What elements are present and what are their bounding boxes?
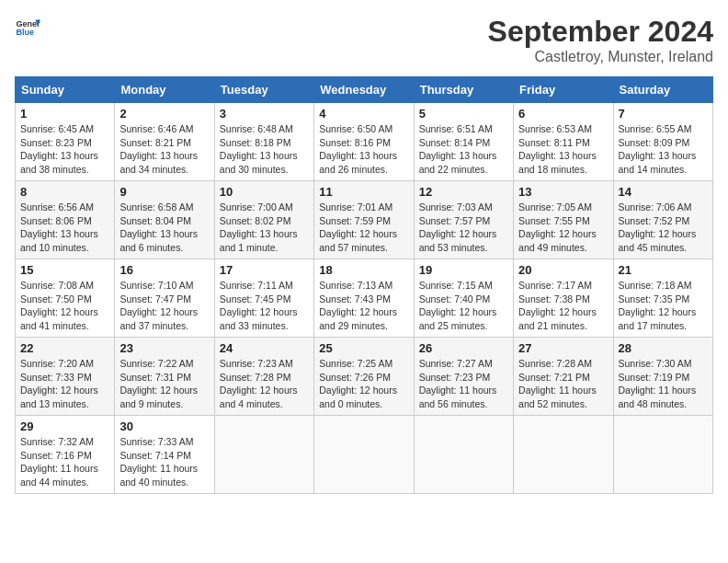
calendar-cell: 3Sunrise: 6:48 AM Sunset: 8:18 PM Daylig… bbox=[214, 103, 313, 181]
calendar-cell: 1Sunrise: 6:45 AM Sunset: 8:23 PM Daylig… bbox=[16, 103, 115, 181]
calendar-cell: 9Sunrise: 6:58 AM Sunset: 8:04 PM Daylig… bbox=[115, 181, 214, 259]
day-info: Sunrise: 7:23 AM Sunset: 7:28 PM Dayligh… bbox=[220, 357, 309, 411]
day-number: 26 bbox=[419, 341, 508, 355]
calendar-cell: 7Sunrise: 6:55 AM Sunset: 8:09 PM Daylig… bbox=[613, 103, 712, 181]
day-info: Sunrise: 7:11 AM Sunset: 7:45 PM Dayligh… bbox=[220, 279, 309, 333]
calendar-cell: 14Sunrise: 7:06 AM Sunset: 7:52 PM Dayli… bbox=[613, 181, 712, 259]
day-info: Sunrise: 7:08 AM Sunset: 7:50 PM Dayligh… bbox=[20, 279, 109, 333]
calendar-cell: 26Sunrise: 7:27 AM Sunset: 7:23 PM Dayli… bbox=[414, 338, 513, 416]
day-number: 4 bbox=[319, 107, 408, 121]
header-cell-friday: Friday bbox=[514, 77, 613, 103]
header-cell-wednesday: Wednesday bbox=[314, 77, 414, 103]
day-info: Sunrise: 7:20 AM Sunset: 7:33 PM Dayligh… bbox=[20, 357, 109, 411]
calendar-week-row: 15Sunrise: 7:08 AM Sunset: 7:50 PM Dayli… bbox=[16, 259, 713, 338]
calendar-cell: 19Sunrise: 7:15 AM Sunset: 7:40 PM Dayli… bbox=[414, 259, 513, 338]
calendar-cell: 21Sunrise: 7:18 AM Sunset: 7:35 PM Dayli… bbox=[613, 259, 712, 338]
svg-text:Blue: Blue bbox=[16, 28, 34, 37]
calendar-cell: 4Sunrise: 6:50 AM Sunset: 8:16 PM Daylig… bbox=[314, 103, 414, 181]
day-number: 20 bbox=[518, 263, 608, 277]
day-number: 1 bbox=[20, 107, 109, 121]
day-number: 17 bbox=[220, 263, 309, 277]
day-number: 16 bbox=[119, 263, 209, 277]
header-cell-thursday: Thursday bbox=[414, 77, 513, 103]
day-info: Sunrise: 7:10 AM Sunset: 7:47 PM Dayligh… bbox=[119, 279, 209, 333]
day-info: Sunrise: 6:48 AM Sunset: 8:18 PM Dayligh… bbox=[220, 122, 309, 177]
day-info: Sunrise: 7:32 AM Sunset: 7:16 PM Dayligh… bbox=[20, 435, 109, 489]
day-number: 19 bbox=[419, 263, 508, 277]
calendar-cell: 6Sunrise: 6:53 AM Sunset: 8:11 PM Daylig… bbox=[514, 103, 613, 181]
day-number: 3 bbox=[220, 107, 309, 121]
calendar-cell: 13Sunrise: 7:05 AM Sunset: 7:55 PM Dayli… bbox=[514, 181, 613, 259]
day-info: Sunrise: 7:30 AM Sunset: 7:19 PM Dayligh… bbox=[619, 357, 708, 411]
day-number: 7 bbox=[619, 107, 708, 121]
day-number: 30 bbox=[119, 419, 209, 433]
calendar-week-row: 22Sunrise: 7:20 AM Sunset: 7:33 PM Dayli… bbox=[16, 338, 713, 416]
day-number: 10 bbox=[220, 185, 309, 199]
header-cell-saturday: Saturday bbox=[613, 77, 712, 103]
day-number: 6 bbox=[518, 107, 608, 121]
day-info: Sunrise: 6:58 AM Sunset: 8:04 PM Dayligh… bbox=[119, 201, 209, 255]
calendar-cell: 2Sunrise: 6:46 AM Sunset: 8:21 PM Daylig… bbox=[115, 103, 214, 181]
day-number: 15 bbox=[20, 263, 109, 277]
header-cell-sunday: Sunday bbox=[16, 77, 115, 103]
day-info: Sunrise: 7:22 AM Sunset: 7:31 PM Dayligh… bbox=[119, 357, 209, 411]
day-info: Sunrise: 7:01 AM Sunset: 7:59 PM Dayligh… bbox=[319, 201, 408, 255]
day-number: 8 bbox=[20, 185, 109, 199]
day-info: Sunrise: 7:17 AM Sunset: 7:38 PM Dayligh… bbox=[518, 279, 608, 333]
day-number: 29 bbox=[20, 419, 109, 433]
day-number: 27 bbox=[518, 341, 608, 355]
day-number: 13 bbox=[518, 185, 608, 199]
day-number: 12 bbox=[419, 185, 508, 199]
day-info: Sunrise: 6:56 AM Sunset: 8:06 PM Dayligh… bbox=[20, 201, 109, 255]
header-cell-monday: Monday bbox=[115, 77, 214, 103]
calendar-week-row: 1Sunrise: 6:45 AM Sunset: 8:23 PM Daylig… bbox=[16, 103, 713, 181]
day-number: 24 bbox=[220, 341, 309, 355]
day-number: 28 bbox=[619, 341, 708, 355]
location-title: Castletroy, Munster, Ireland bbox=[488, 49, 713, 65]
day-number: 9 bbox=[119, 185, 209, 199]
header-cell-tuesday: Tuesday bbox=[214, 77, 313, 103]
calendar-cell: 22Sunrise: 7:20 AM Sunset: 7:33 PM Dayli… bbox=[16, 338, 115, 416]
day-info: Sunrise: 7:15 AM Sunset: 7:40 PM Dayligh… bbox=[419, 279, 508, 333]
calendar-cell: 8Sunrise: 6:56 AM Sunset: 8:06 PM Daylig… bbox=[16, 181, 115, 259]
calendar-cell bbox=[314, 416, 414, 494]
calendar-cell: 10Sunrise: 7:00 AM Sunset: 8:02 PM Dayli… bbox=[214, 181, 313, 259]
day-number: 14 bbox=[619, 185, 708, 199]
day-info: Sunrise: 7:00 AM Sunset: 8:02 PM Dayligh… bbox=[220, 201, 309, 255]
header: General Blue September 2024 Castletroy, … bbox=[15, 15, 713, 65]
title-area: September 2024 Castletroy, Munster, Irel… bbox=[488, 15, 713, 65]
day-number: 11 bbox=[319, 185, 408, 199]
calendar-cell bbox=[214, 416, 313, 494]
calendar-cell: 30Sunrise: 7:33 AM Sunset: 7:14 PM Dayli… bbox=[115, 416, 214, 494]
calendar-week-row: 29Sunrise: 7:32 AM Sunset: 7:16 PM Dayli… bbox=[16, 416, 713, 494]
calendar-cell: 11Sunrise: 7:01 AM Sunset: 7:59 PM Dayli… bbox=[314, 181, 414, 259]
day-info: Sunrise: 7:18 AM Sunset: 7:35 PM Dayligh… bbox=[619, 279, 708, 333]
day-number: 22 bbox=[20, 341, 109, 355]
day-info: Sunrise: 6:50 AM Sunset: 8:16 PM Dayligh… bbox=[319, 122, 408, 177]
calendar-cell: 15Sunrise: 7:08 AM Sunset: 7:50 PM Dayli… bbox=[16, 259, 115, 338]
day-info: Sunrise: 7:25 AM Sunset: 7:26 PM Dayligh… bbox=[319, 357, 408, 411]
calendar-cell bbox=[414, 416, 513, 494]
day-info: Sunrise: 7:28 AM Sunset: 7:21 PM Dayligh… bbox=[518, 357, 608, 411]
day-number: 5 bbox=[419, 107, 508, 121]
day-number: 18 bbox=[319, 263, 408, 277]
logo: General Blue bbox=[15, 15, 40, 40]
calendar-cell bbox=[613, 416, 712, 494]
calendar-cell: 17Sunrise: 7:11 AM Sunset: 7:45 PM Dayli… bbox=[214, 259, 313, 338]
day-info: Sunrise: 7:06 AM Sunset: 7:52 PM Dayligh… bbox=[619, 201, 708, 255]
calendar-cell: 25Sunrise: 7:25 AM Sunset: 7:26 PM Dayli… bbox=[314, 338, 414, 416]
calendar-cell: 18Sunrise: 7:13 AM Sunset: 7:43 PM Dayli… bbox=[314, 259, 414, 338]
day-info: Sunrise: 6:55 AM Sunset: 8:09 PM Dayligh… bbox=[619, 122, 708, 177]
day-number: 2 bbox=[119, 107, 209, 121]
calendar-cell bbox=[514, 416, 613, 494]
calendar-body: 1Sunrise: 6:45 AM Sunset: 8:23 PM Daylig… bbox=[16, 103, 713, 494]
day-number: 25 bbox=[319, 341, 408, 355]
day-number: 21 bbox=[619, 263, 708, 277]
day-number: 23 bbox=[119, 341, 209, 355]
day-info: Sunrise: 6:51 AM Sunset: 8:14 PM Dayligh… bbox=[419, 122, 508, 177]
calendar-cell: 27Sunrise: 7:28 AM Sunset: 7:21 PM Dayli… bbox=[514, 338, 613, 416]
day-info: Sunrise: 7:33 AM Sunset: 7:14 PM Dayligh… bbox=[119, 435, 209, 489]
calendar-cell: 20Sunrise: 7:17 AM Sunset: 7:38 PM Dayli… bbox=[514, 259, 613, 338]
calendar-cell: 28Sunrise: 7:30 AM Sunset: 7:19 PM Dayli… bbox=[613, 338, 712, 416]
calendar-table: SundayMondayTuesdayWednesdayThursdayFrid… bbox=[15, 76, 713, 494]
